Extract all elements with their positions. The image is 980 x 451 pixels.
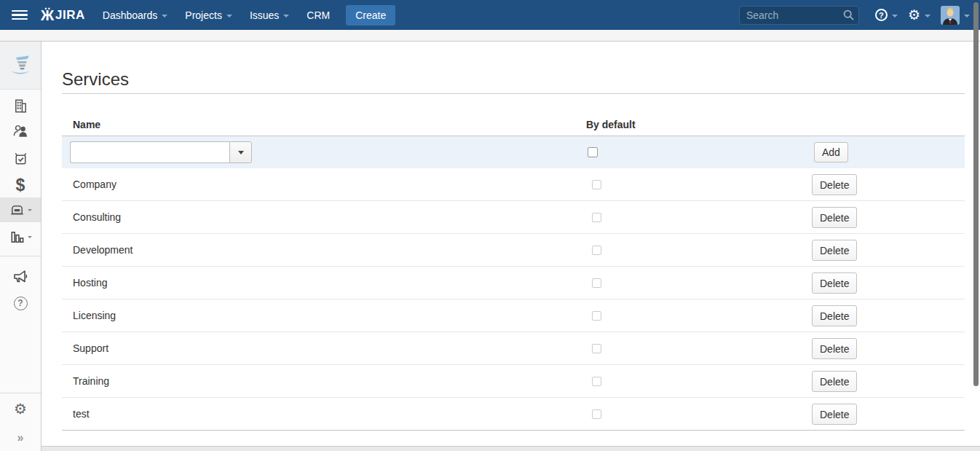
delete-button[interactable]: Delete [812, 371, 857, 392]
building-icon [12, 98, 29, 114]
column-header-by-default: By default [586, 119, 636, 130]
chevron-down-icon [964, 15, 970, 17]
by-default-checkbox[interactable] [592, 246, 601, 255]
nav-dashboards-label: Dashboards [103, 9, 158, 21]
crm-plugin-logo[interactable] [0, 42, 41, 90]
page-header-strip [0, 30, 980, 42]
by-default-checkbox[interactable] [592, 409, 601, 419]
service-name: Licensing [73, 310, 116, 321]
chevron-down-icon [226, 15, 232, 17]
services-table: Name By default Add Company Delete Consu… [62, 113, 965, 431]
sidebar-item-announcements[interactable] [0, 264, 41, 289]
chevron-down-icon [283, 15, 289, 17]
search-input[interactable] [739, 6, 859, 25]
user-avatar [941, 6, 960, 25]
sidebar-item-help[interactable]: ? [0, 291, 41, 315]
delete-button[interactable]: Delete [812, 404, 857, 425]
content-bottom-strip [42, 446, 980, 451]
top-navigation-bar: Ӝ JIRA Dashboards Projects Issues CRM Cr… [0, 0, 980, 30]
table-row: Licensing Delete [62, 299, 965, 332]
cup-logo-icon [9, 55, 31, 76]
nav-issues-label: Issues [250, 9, 279, 21]
vertical-scrollbar-thumb[interactable] [973, 2, 979, 386]
table-row: Training Delete [62, 365, 965, 398]
dollar-icon: $ [16, 176, 25, 195]
by-default-checkbox[interactable] [592, 180, 601, 189]
contacts-people-icon [12, 122, 29, 139]
help-icon: ? [14, 297, 28, 310]
by-default-checkbox[interactable] [592, 278, 601, 288]
chevron-down-icon [925, 15, 930, 17]
chevron-down-icon [238, 151, 244, 154]
column-header-name: Name [73, 119, 100, 130]
chevron-down-icon [892, 15, 898, 17]
delete-button[interactable]: Delete [812, 207, 857, 228]
delete-button[interactable]: Delete [812, 338, 857, 359]
page-title: Services [62, 69, 129, 90]
sidebar-separator [0, 393, 41, 393]
nav-crm[interactable]: CRM [307, 9, 330, 21]
admin-settings-menu[interactable]: ⚙ [908, 8, 930, 22]
create-button[interactable]: Create [346, 5, 395, 26]
jira-logo[interactable]: Ӝ JIRA [41, 8, 85, 23]
nav-projects-label: Projects [185, 9, 222, 21]
table-header-row: Name By default [62, 113, 965, 136]
delete-button[interactable]: Delete [812, 174, 857, 195]
by-default-checkbox[interactable] [592, 311, 601, 321]
add-service-row: Add [62, 136, 965, 168]
chevron-down-icon [162, 15, 167, 17]
bar-chart-icon [9, 229, 25, 246]
sidebar-item-services-selected[interactable] [0, 197, 41, 222]
jira-logo-text: JIRA [55, 8, 85, 23]
service-name: Training [73, 375, 109, 387]
main-content: Services Name By default Add Company Del… [42, 42, 980, 451]
quick-search [739, 6, 859, 25]
sidebar-item-companies[interactable] [0, 93, 41, 118]
sidebar-item-contacts[interactable] [0, 118, 41, 143]
sidebar-expand-toggle[interactable]: » [0, 425, 41, 450]
jira-charlie-icon: Ӝ [41, 8, 54, 23]
by-default-checkbox[interactable] [592, 213, 601, 222]
service-name: Company [73, 179, 116, 190]
service-name: Consulting [73, 211, 121, 223]
new-service-combobox [70, 141, 252, 163]
delete-button[interactable]: Delete [812, 272, 857, 294]
by-default-checkbox[interactable] [592, 344, 601, 353]
new-service-name-input[interactable] [70, 141, 229, 163]
services-archive-icon [9, 202, 25, 219]
table-row: Company Delete [62, 168, 965, 201]
combobox-dropdown-button[interactable] [229, 141, 252, 163]
nav-projects[interactable]: Projects [185, 9, 232, 21]
nav-dashboards[interactable]: Dashboards [103, 9, 168, 21]
gear-icon: ⚙ [908, 8, 920, 22]
add-button[interactable]: Add [814, 142, 848, 162]
title-divider [62, 93, 965, 94]
service-name: Development [73, 244, 133, 256]
table-row: Development Delete [62, 234, 965, 267]
app-switcher-icon[interactable] [12, 10, 28, 20]
table-row: Hosting Delete [62, 267, 965, 299]
table-row: test Delete [62, 398, 965, 431]
help-icon: ? [875, 9, 888, 21]
table-row: Support Delete [62, 332, 965, 365]
delete-button[interactable]: Delete [812, 305, 857, 326]
double-chevron-right-icon: » [17, 431, 24, 444]
new-service-by-default-checkbox[interactable] [588, 147, 598, 157]
megaphone-icon [12, 267, 29, 285]
sidebar-item-settings[interactable]: ⚙ [0, 396, 41, 421]
service-name: Support [73, 342, 108, 354]
nav-crm-label: CRM [307, 9, 330, 21]
user-profile-menu[interactable] [941, 6, 970, 25]
table-row: Consulting Delete [62, 201, 965, 234]
chevron-down-icon [28, 236, 32, 238]
by-default-checkbox[interactable] [592, 377, 601, 386]
search-icon[interactable] [843, 9, 854, 20]
help-menu[interactable]: ? [875, 9, 898, 21]
chevron-down-icon [28, 209, 32, 211]
sidebar-item-products[interactable] [0, 146, 41, 170]
delete-button[interactable]: Delete [812, 240, 857, 261]
gear-icon: ⚙ [14, 401, 27, 416]
sidebar-item-transactions[interactable]: $ [0, 173, 41, 197]
nav-issues[interactable]: Issues [250, 9, 289, 21]
sidebar-item-reports[interactable] [0, 224, 41, 249]
